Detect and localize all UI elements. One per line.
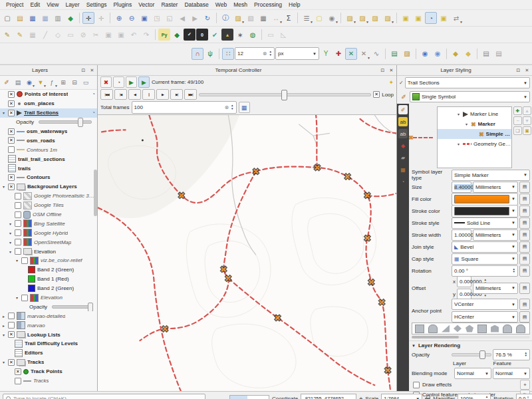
layer-checkbox[interactable]: ✕ xyxy=(8,184,15,190)
deselect-features-icon[interactable]: ▧ xyxy=(245,12,257,24)
go-last-button[interactable]: ▶▶| xyxy=(184,89,197,100)
layer-rendering-header[interactable]: ▼ Layer Rendering xyxy=(409,340,532,350)
opacity-track[interactable] xyxy=(52,305,92,309)
select-by-form-icon[interactable]: ▨▼ xyxy=(344,12,356,24)
layer-checkbox[interactable]: ✕ xyxy=(8,359,15,366)
layer-item[interactable]: ▾✕Tracks xyxy=(0,358,97,367)
layer-checkbox[interactable]: ✕ xyxy=(8,100,15,107)
layer-item[interactable]: trail_trail_sections xyxy=(0,154,97,164)
join-style-select[interactable]: ◣ Bevel▼ xyxy=(452,241,518,253)
expander-icon[interactable]: ▾ xyxy=(8,221,13,226)
expander-icon[interactable]: ▾ xyxy=(1,360,6,364)
expander-icon[interactable]: ▸ xyxy=(1,323,6,328)
plugin-creature-icon[interactable]: ◆ xyxy=(171,29,183,41)
style-manager-icon[interactable]: ◆ xyxy=(65,12,76,24)
menu-edit[interactable]: Edit xyxy=(27,1,43,8)
refresh-layers-icon[interactable]: ⇄▼ xyxy=(450,12,462,24)
offset-x-input[interactable]: 0.000000▲▼ xyxy=(457,276,471,287)
new-print-layout-icon[interactable]: ▥ xyxy=(52,12,64,24)
avoid-overlap-icon[interactable]: ✚ xyxy=(332,48,344,60)
close-icon[interactable]: ✕ xyxy=(523,66,531,74)
python-console-icon[interactable]: Py xyxy=(158,29,170,41)
locator-input[interactable]: Type to locate (Ctrl+K) xyxy=(3,394,205,399)
marker-shape-arch[interactable] xyxy=(529,325,530,333)
layer-blend-select[interactable]: Normal▼ xyxy=(454,368,491,379)
expander-icon[interactable]: ▾ xyxy=(464,122,469,126)
layer-checkbox[interactable]: ✕ xyxy=(8,137,15,144)
rotation-input[interactable]: 0.0 °▲▼ xyxy=(516,394,532,399)
menu-layer[interactable]: Layer xyxy=(62,1,82,8)
expander-icon[interactable]: ▾ xyxy=(456,142,461,146)
symbol-layer-item[interactable]: ▾✚Marker xyxy=(438,119,511,129)
map-canvas[interactable] xyxy=(98,115,396,391)
layer-checkbox[interactable] xyxy=(21,257,28,264)
layer-checkbox[interactable]: ✕ xyxy=(8,110,15,116)
data-defined-override-icon[interactable]: ▤ xyxy=(519,283,530,294)
close-icon[interactable]: ✕ xyxy=(88,66,96,74)
menu-settings[interactable]: Settings xyxy=(83,1,110,8)
dock-icon[interactable]: ⊡ xyxy=(515,66,522,74)
close-icon[interactable]: ✕ xyxy=(388,66,395,74)
open-attribute-table-icon[interactable]: ▦ xyxy=(257,12,269,24)
plugin-double-check-icon[interactable]: ✔ xyxy=(209,29,221,41)
save-layer-edits-icon[interactable]: ▦ xyxy=(27,29,39,41)
layer-item[interactable]: ✕osm_places xyxy=(0,99,97,108)
snapping-type-icon[interactable]: ψ xyxy=(204,48,216,60)
move-up-icon[interactable]: ▲ xyxy=(523,106,531,115)
refresh-map-icon[interactable]: ↻ xyxy=(201,12,213,24)
expander-icon[interactable]: ▾ xyxy=(1,332,6,337)
dock-icon[interactable]: ⊡ xyxy=(379,66,386,74)
cloud-upload-icon[interactable]: ◉ xyxy=(432,48,444,60)
opacity-thumb[interactable] xyxy=(88,303,93,311)
log-messages-icon[interactable]: ▤ xyxy=(388,48,400,60)
marker-shape-house[interactable] xyxy=(491,325,499,332)
layer-item[interactable]: ✕Contours xyxy=(0,173,97,182)
opacity-thumb[interactable] xyxy=(78,118,83,126)
layer-item[interactable]: ▾Elevation xyxy=(0,247,97,256)
marker-shape-pent[interactable] xyxy=(466,325,473,332)
size-unit-select[interactable]: Millimeters▼ xyxy=(473,182,518,193)
anchor-h-select[interactable]: HCenter▼ xyxy=(452,311,518,323)
add-group-icon[interactable]: ▤ xyxy=(13,77,23,88)
move-feature-icon[interactable]: ▭ xyxy=(65,29,76,41)
layer-checkbox[interactable] xyxy=(15,202,21,209)
menu-view[interactable]: View xyxy=(43,1,62,8)
undo-icon[interactable]: ↶ xyxy=(128,29,140,41)
current-edits-icon[interactable]: ✎ xyxy=(1,29,13,41)
snap-intersection-icon[interactable]: ✕ xyxy=(345,48,357,60)
remove-layer-icon[interactable]: ▭ xyxy=(80,77,91,88)
data-defined-override-icon[interactable]: ▤ xyxy=(519,229,530,241)
effects-options-icon[interactable]: ✦ xyxy=(520,380,530,390)
project-new-icon[interactable]: ▢ xyxy=(1,12,13,24)
data-defined-override-icon[interactable]: ▤ xyxy=(519,194,530,205)
spinner-icon[interactable]: ▲▼ xyxy=(231,104,233,110)
mesh-tools-icon[interactable]: ▤ xyxy=(493,48,505,60)
temporal-animated-icon[interactable]: ▶ xyxy=(126,76,137,88)
expander-icon[interactable]: ▾ xyxy=(456,112,461,116)
plugin-globe-icon[interactable]: ◍ xyxy=(247,29,259,41)
manage-3d-maps-icon[interactable]: ◆ xyxy=(462,48,474,60)
temporal-off-icon[interactable]: ✖ xyxy=(100,76,112,88)
pause-button[interactable]: || xyxy=(142,89,155,100)
layer-item[interactable]: ▾viz.be_color-relief xyxy=(0,256,97,265)
layer-item[interactable]: ▾✕Lookup Lists xyxy=(0,330,97,339)
pan-map-icon[interactable]: ✛ xyxy=(82,12,94,24)
data-defined-override-icon[interactable]: ▤ xyxy=(519,241,530,253)
snap-unit-select[interactable]: px▼ xyxy=(275,47,319,60)
zoom-last-icon[interactable]: ◀ xyxy=(176,12,188,24)
menu-processing[interactable]: Processing xyxy=(251,1,285,8)
vertex-tool-icon[interactable]: ◇ xyxy=(52,29,64,41)
layer-item[interactable]: OSM Offline xyxy=(0,210,97,219)
expander-icon[interactable]: ▾ xyxy=(1,110,6,115)
processing-toolbox-icon[interactable]: ▨ xyxy=(401,48,413,60)
diagrams-tab-icon[interactable]: ▰ xyxy=(398,153,408,162)
extents-icon[interactable]: ⌖ xyxy=(359,395,362,399)
play-forward-button[interactable]: ▶ xyxy=(156,89,169,100)
annotation-tools-icon[interactable]: ◉▼ xyxy=(326,12,338,24)
zoom-next-icon[interactable]: ▶ xyxy=(189,12,201,24)
layer-item[interactable]: trails xyxy=(0,164,97,173)
layer-item[interactable]: ▸marvao xyxy=(0,321,97,330)
data-defined-override-icon[interactable]: ▤ xyxy=(519,311,530,323)
menu-project[interactable]: Project xyxy=(3,1,27,8)
stroke-width-unit-select[interactable]: Millimeters▼ xyxy=(473,229,518,241)
